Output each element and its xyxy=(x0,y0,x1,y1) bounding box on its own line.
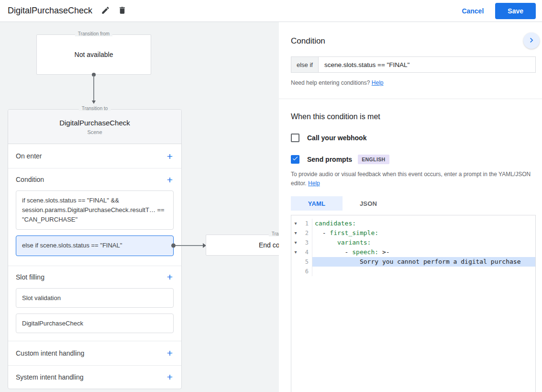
scene-graph-canvas: Transition from Not available Transition… xyxy=(0,22,279,392)
fold-spacer xyxy=(291,267,300,276)
end-conversation-node[interactable]: Transition to End conversation xyxy=(206,235,279,256)
condition-section-label: Condition xyxy=(16,176,44,183)
scene-type: Scene xyxy=(8,129,181,135)
line-number: 1 xyxy=(300,219,312,228)
webhook-checkbox[interactable] xyxy=(291,134,299,142)
add-custom-intent-icon[interactable]: + xyxy=(167,348,173,358)
add-system-intent-icon[interactable]: + xyxy=(167,372,173,382)
send-prompts-checkbox[interactable] xyxy=(291,155,299,164)
transition-from-value: Not available xyxy=(75,51,113,58)
on-enter-label: On enter xyxy=(16,152,42,160)
scene-name: DigitalPurchaseCheck xyxy=(8,119,181,127)
header: DigitalPurchaseCheck Cancel Save xyxy=(0,0,542,22)
trash-icon xyxy=(118,6,127,16)
line-number: 5 xyxy=(300,257,312,267)
custom-intent-label: Custom intent handling xyxy=(16,349,84,357)
page-title: DigitalPurchaseCheck xyxy=(8,6,92,16)
editor-tabs: YAML JSON xyxy=(291,196,536,211)
system-intent-label: System intent handling xyxy=(16,373,84,381)
editor-line[interactable]: ▾3 variants: xyxy=(291,238,535,247)
checkmark-icon xyxy=(292,155,299,164)
condition-item-text: else if scene.slots.status == "FINAL" xyxy=(22,242,122,249)
add-condition-icon[interactable]: + xyxy=(167,175,173,185)
save-button[interactable]: Save xyxy=(495,3,536,19)
transition-from-label: Transition from xyxy=(75,31,112,36)
prompt-hint-text: To provide audio or visual feedback when… xyxy=(291,171,531,187)
add-slot-icon[interactable]: + xyxy=(167,272,173,282)
code-line-text xyxy=(312,267,535,276)
slot-item[interactable]: Slot validation xyxy=(16,288,174,308)
fold-arrow-icon[interactable]: ▾ xyxy=(291,247,300,257)
on-enter-section[interactable]: On enter + xyxy=(8,144,181,168)
code-line-text: candidates: xyxy=(312,219,535,228)
connector-line-vertical xyxy=(93,76,94,101)
condition-section-body: if scene.slots.status == "FINAL" && sess… xyxy=(8,190,181,266)
delete-scene-button[interactable] xyxy=(116,4,129,18)
prompt-hint: To provide audio or visual feedback when… xyxy=(291,170,535,188)
yaml-code-editor[interactable]: ▾1candidates:▾2 - first_simple:▾3 varian… xyxy=(291,215,536,392)
slot-item[interactable]: DigitalPurchaseCheck xyxy=(16,314,174,333)
panel-title: Condition xyxy=(291,36,325,45)
webhook-row: Call your webhook xyxy=(291,134,536,142)
code-line-text: - speech: >- xyxy=(312,247,535,257)
pencil-icon xyxy=(101,6,110,16)
condition-prefix-label: else if xyxy=(291,56,319,73)
tab-yaml[interactable]: YAML xyxy=(291,196,343,211)
send-prompts-label: Send prompts xyxy=(307,156,352,163)
condition-help-link[interactable]: Help xyxy=(372,79,384,86)
slot-filling-label: Slot filling xyxy=(16,273,44,281)
arrow-down-icon xyxy=(92,101,96,104)
fold-arrow-icon[interactable]: ▾ xyxy=(291,219,300,228)
fold-spacer xyxy=(291,257,300,267)
fold-arrow-icon[interactable]: ▾ xyxy=(291,228,300,238)
condition-detail-panel: Condition else if Need help entering con… xyxy=(279,22,542,392)
condition-section-header: Condition + xyxy=(8,168,181,190)
code-line-text: Sorry you cannot perform a digital purch… xyxy=(312,257,535,267)
collapse-panel-button[interactable] xyxy=(523,33,540,49)
editor-line[interactable]: ▾4 - speech: >- xyxy=(291,247,535,257)
editor-line[interactable]: ▾1candidates: xyxy=(291,219,535,228)
section-divider xyxy=(279,99,542,99)
connector-out-dot xyxy=(171,244,176,248)
connector-line-horizontal xyxy=(176,245,203,246)
transition-to-label: Transition to xyxy=(79,106,111,111)
editor-line[interactable]: 5 Sorry you cannot perform a digital pur… xyxy=(291,257,535,267)
end-node-value: End conversation xyxy=(259,241,279,249)
fold-arrow-icon[interactable]: ▾ xyxy=(291,238,300,247)
slot-filling-section-header: Slot filling + xyxy=(8,266,181,288)
webhook-label: Call your webhook xyxy=(307,134,366,142)
custom-intent-section[interactable]: Custom intent handling + xyxy=(8,341,181,366)
slot-filling-section-body: Slot validation DigitalPurchaseCheck xyxy=(8,288,181,341)
editor-line[interactable]: 6 xyxy=(291,267,535,276)
condition-item[interactable]: if scene.slots.status == "FINAL" && sess… xyxy=(16,190,174,230)
condition-expression-row: else if xyxy=(291,56,536,73)
tab-json[interactable]: JSON xyxy=(343,196,394,211)
add-on-enter-icon[interactable]: + xyxy=(167,151,173,161)
scene-node-card[interactable]: Transition to DigitalPurchaseCheck Scene… xyxy=(8,109,182,389)
system-intent-section[interactable]: System intent handling + xyxy=(8,366,181,389)
condition-help-line: Need help entering conditions? Help xyxy=(291,79,536,86)
condition-item-selected[interactable]: else if scene.slots.status == "FINAL" xyxy=(16,235,174,256)
panel-title-row: Condition xyxy=(291,22,536,46)
end-node-label: Transition to xyxy=(269,231,279,236)
cancel-button[interactable]: Cancel xyxy=(456,3,489,19)
condition-expression-input[interactable] xyxy=(318,56,536,73)
language-badge: ENGLISH xyxy=(358,155,389,164)
scene-card-header: DigitalPurchaseCheck Scene xyxy=(8,110,181,144)
send-prompts-row: Send prompts ENGLISH xyxy=(291,155,536,164)
code-line-text: - first_simple: xyxy=(312,228,535,238)
line-number: 6 xyxy=(300,267,312,276)
editor-line[interactable]: ▾2 - first_simple: xyxy=(291,228,535,238)
prompt-hint-help-link[interactable]: Help xyxy=(308,180,320,187)
transition-from-node[interactable]: Transition from Not available xyxy=(36,34,151,75)
line-number: 3 xyxy=(300,238,312,247)
editor-lines: ▾1candidates:▾2 - first_simple:▾3 varian… xyxy=(291,219,535,276)
line-number: 2 xyxy=(300,228,312,238)
when-met-title: When this condition is met xyxy=(291,112,536,121)
chevron-right-icon xyxy=(527,35,536,46)
condition-help-text: Need help entering conditions? xyxy=(291,79,370,86)
actions-scene-editor: DigitalPurchaseCheck Cancel Save Transit… xyxy=(0,0,542,392)
code-line-text: variants: xyxy=(312,238,535,247)
line-number: 4 xyxy=(300,247,312,257)
rename-scene-button[interactable] xyxy=(99,4,112,18)
